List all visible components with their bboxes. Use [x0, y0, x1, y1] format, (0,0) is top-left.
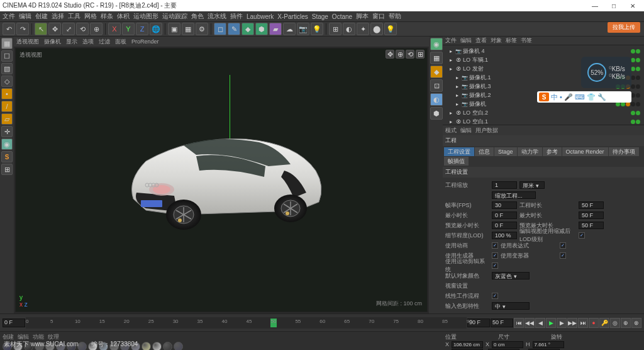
menu-item[interactable]: 体积 [117, 12, 130, 21]
rtool-4[interactable]: ⊡ [430, 79, 443, 92]
menu-item[interactable]: 插件 [230, 12, 243, 21]
expand-icon[interactable]: ▸ [454, 74, 460, 81]
move-tool[interactable]: ✥ [48, 23, 61, 35]
menu-item[interactable]: 样条 [101, 12, 113, 21]
tree-row[interactable]: ▸⦿LO 空白.2 [444, 108, 643, 117]
next-key-button[interactable]: ▶▶ [567, 318, 577, 328]
axis-y-toggle[interactable]: Y [122, 23, 135, 35]
object-name[interactable]: 摄像机 4 [463, 47, 485, 55]
make-editable-button[interactable]: ▦ [1, 38, 13, 49]
attr-select[interactable]: 中 ▾ [492, 302, 530, 310]
attr-field[interactable]: 30 [492, 201, 517, 209]
play-button[interactable]: ▶ [546, 318, 556, 328]
prev-key-button[interactable]: ◀◀ [525, 318, 535, 328]
attr-checkbox[interactable]: ✓ [560, 242, 566, 249]
object-name[interactable]: 摄像机.3 [469, 82, 491, 91]
menu-item[interactable]: 帮助 [389, 12, 401, 21]
goto-end-button[interactable]: ⏭ [578, 318, 588, 328]
material-preview[interactable] [152, 342, 162, 350]
attr-checkbox[interactable]: ✓ [492, 252, 498, 259]
visibility-dot[interactable] [636, 120, 640, 124]
attr-tab-button[interactable]: Octane Render [562, 147, 608, 156]
point-mode-button[interactable]: • [1, 88, 13, 99]
viewport-nav-2[interactable]: ⊕ [396, 50, 404, 59]
visibility-dot[interactable] [631, 76, 635, 80]
expand-icon[interactable]: ▸ [448, 57, 454, 63]
visibility-dot[interactable] [636, 93, 640, 98]
menu-item[interactable]: Octane [332, 13, 352, 20]
tweak-mode-button[interactable]: ◉ [1, 138, 13, 150]
upload-button[interactable]: 拉我上传 [608, 22, 640, 33]
attr-field[interactable]: 50 F [579, 201, 604, 209]
coord-tab[interactable]: 旋转 [551, 333, 601, 341]
rtool-2[interactable]: ▦ [430, 52, 443, 64]
menu-item[interactable]: Laubwerk [247, 13, 274, 20]
axis-mode-button[interactable]: ✛ [1, 126, 13, 137]
expand-icon[interactable]: ▸ [454, 101, 460, 107]
render-view-button[interactable]: ▣ [168, 23, 180, 35]
panel-tab[interactable]: 文件 [445, 37, 457, 45]
object-name[interactable]: LO 车辆.1 [463, 56, 488, 64]
attr-field[interactable]: 1 [492, 181, 517, 189]
material-preview[interactable] [163, 342, 172, 350]
panel-tab[interactable]: 查看 [475, 37, 487, 45]
menu-item[interactable]: 运动跟踪 [162, 12, 187, 21]
visibility-dot[interactable] [631, 84, 635, 89]
menu-item[interactable]: 文件 [3, 12, 15, 21]
viewport-tab[interactable]: 选项 [82, 38, 94, 46]
misc-tool-2[interactable]: ◐ [343, 23, 355, 35]
menu-item[interactable]: 创建 [35, 12, 48, 21]
misc-tool-3[interactable]: ✦ [357, 23, 369, 35]
workplane-button[interactable]: ⊞ [1, 164, 13, 175]
redo-button[interactable]: ↷ [16, 23, 29, 35]
attr-tab-button[interactable]: 参考 [543, 147, 562, 156]
minimize-button[interactable]: — [586, 1, 604, 11]
visibility-dot[interactable] [631, 102, 635, 106]
menu-item[interactable]: Stage [312, 13, 328, 20]
visibility-dot[interactable] [636, 76, 640, 80]
material-preview[interactable] [174, 342, 183, 350]
object-name[interactable]: 摄像机 [469, 100, 486, 108]
scale-tool[interactable]: ⤢ [62, 23, 75, 35]
record-button[interactable]: ● [589, 318, 599, 328]
environment-button[interactable]: ☁ [283, 23, 296, 35]
attr-tab-button[interactable]: 动力学 [518, 147, 542, 156]
edge-mode-button[interactable]: / [1, 101, 13, 112]
attr-tab-button[interactable]: 工程设置 [444, 147, 474, 156]
visibility-dot[interactable] [631, 67, 635, 71]
tree-row[interactable]: ▸📷摄像机 4 [444, 47, 643, 55]
attr-menu-item[interactable]: 编辑 [460, 127, 472, 135]
camera-button[interactable]: 📷 [297, 23, 309, 35]
attr-tab-button[interactable]: 帧插值 [444, 157, 469, 166]
timeline-start-field[interactable]: 0 F [3, 319, 25, 327]
viewport-nav-3[interactable]: ⟲ [406, 50, 414, 59]
subdiv-button[interactable]: ⬢ [255, 23, 268, 35]
visibility-dot[interactable] [636, 67, 640, 71]
menu-item[interactable]: 网格 [84, 12, 97, 21]
ime-voice-icon[interactable]: 🎤 [564, 93, 573, 101]
attr-menu-item[interactable]: 用户数据 [475, 127, 498, 135]
menu-item[interactable]: 角色 [191, 12, 204, 21]
attr-tab-button[interactable]: 信息 [475, 147, 494, 156]
attr-checkbox[interactable]: ✓ [492, 242, 498, 249]
keyframe-opts-2[interactable]: ⊕ [621, 318, 631, 328]
coord-h-field[interactable]: 7.661 ° [533, 341, 564, 348]
axis-z-toggle[interactable]: Z [136, 23, 148, 35]
attr-field[interactable]: 100 % [492, 232, 517, 239]
visibility-dot[interactable] [631, 93, 635, 98]
render-region-button[interactable]: ▦ [182, 23, 194, 35]
menu-item[interactable]: 运动图形 [133, 12, 158, 21]
expand-icon[interactable]: ▸ [454, 92, 460, 98]
attr-select[interactable]: 灰蓝色 ▾ [492, 272, 530, 279]
viewport-tab[interactable]: 透视视图 [16, 38, 39, 46]
attr-field[interactable]: 0 F [492, 222, 517, 229]
rotate-tool[interactable]: ⟲ [76, 23, 89, 35]
visibility-dot[interactable] [631, 111, 635, 115]
visibility-dot[interactable] [636, 84, 640, 89]
light-button[interactable]: 💡 [311, 23, 323, 35]
object-name[interactable]: LO 空白.1 [463, 118, 488, 125]
attr-tab-button[interactable]: 待办事项 [609, 147, 639, 156]
rtool-5[interactable]: ◐ [430, 93, 443, 106]
misc-tool-4[interactable]: ⬤ [370, 23, 383, 35]
viewport-tab[interactable]: 显示 [66, 38, 77, 46]
